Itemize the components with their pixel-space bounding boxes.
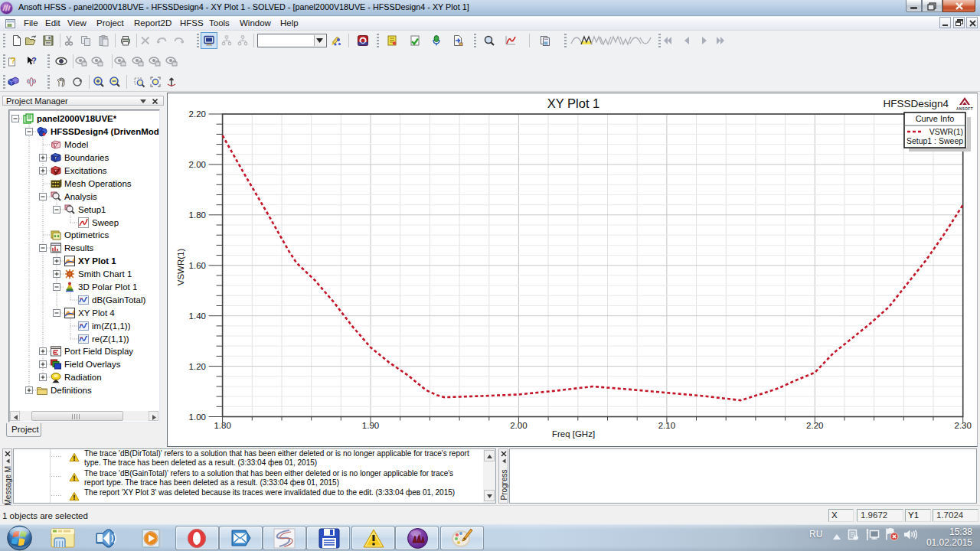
svg-text:VSWR(1): VSWR(1) bbox=[176, 249, 185, 286]
svg-text:1.40: 1.40 bbox=[189, 311, 206, 321]
svg-text:2.20: 2.20 bbox=[189, 109, 206, 119]
svg-text:2.20: 2.20 bbox=[806, 421, 823, 430]
svg-text:VSWR(1): VSWR(1) bbox=[929, 127, 963, 136]
svg-text:2.10: 2.10 bbox=[658, 421, 675, 430]
svg-text:2.00: 2.00 bbox=[189, 160, 206, 169]
svg-text:1.90: 1.90 bbox=[362, 421, 379, 430]
svg-text:Curve Info: Curve Info bbox=[916, 114, 955, 123]
svg-text:?: ? bbox=[31, 56, 36, 65]
svg-text:1.80: 1.80 bbox=[214, 421, 230, 430]
svg-text:Freq [GHz]: Freq [GHz] bbox=[552, 429, 595, 439]
svg-text:HFSSDesign4: HFSSDesign4 bbox=[883, 98, 949, 109]
svg-text:1.20: 1.20 bbox=[189, 362, 206, 371]
svg-text:1.80: 1.80 bbox=[189, 210, 206, 220]
svg-text:1.00: 1.00 bbox=[189, 412, 206, 422]
svg-text:2.00: 2.00 bbox=[510, 421, 527, 430]
svg-text:2.30: 2.30 bbox=[955, 421, 972, 430]
svg-text:XY Plot 1: XY Plot 1 bbox=[547, 96, 600, 110]
svg-text:ANSOFT: ANSOFT bbox=[956, 107, 973, 111]
svg-text:1.60: 1.60 bbox=[189, 261, 206, 270]
svg-text:Setup1 : Sweep: Setup1 : Sweep bbox=[906, 136, 963, 145]
svg-text:?: ? bbox=[11, 56, 16, 65]
